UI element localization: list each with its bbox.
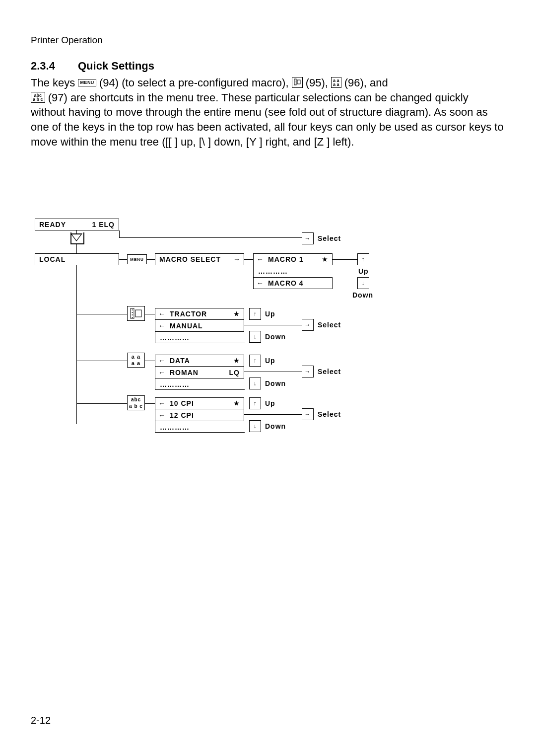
menu-structure-diagram: READY 1 ELQ LOCAL MENU MACRO SELECT → ← … — [35, 219, 501, 432]
manual-box: ← MANUAL — [155, 320, 244, 332]
svg-rect-1 — [297, 80, 300, 84]
up-label: Up — [265, 399, 275, 407]
arrow-right-key: → — [302, 366, 314, 378]
up-label: Up — [358, 267, 369, 275]
svg-point-9 — [132, 312, 133, 313]
data-box: ← DATA ★ — [155, 355, 244, 367]
down-label: Down — [265, 333, 286, 341]
macro-4-box: ← MACRO 4 — [253, 277, 333, 289]
section-title-text: Quick Settings — [78, 60, 154, 72]
tractor-key-node-icon — [127, 306, 145, 321]
tractor-box: ← TRACTOR ★ — [155, 308, 244, 320]
svg-point-2 — [295, 80, 295, 80]
arrow-right-key: → — [302, 232, 314, 244]
up-label: Up — [265, 357, 275, 365]
page-number: 2-12 — [31, 715, 51, 726]
macro-select-box: MACRO SELECT → — [155, 253, 244, 265]
svg-point-10 — [132, 314, 133, 315]
roman-box: ← ROMAN LQ — [155, 367, 244, 378]
down-label: Down — [352, 291, 373, 299]
font-aa-key-icon: a aa a — [331, 77, 341, 88]
svg-point-8 — [132, 309, 133, 310]
select-label: Select — [318, 321, 341, 329]
arrow-down-key: ↓ — [357, 277, 369, 289]
arrow-right-key: → — [302, 408, 314, 420]
menu-key-icon: MENU — [78, 79, 96, 86]
pitch-abc-key-icon: abca b c — [31, 92, 45, 103]
ready-box: READY 1 ELQ — [35, 219, 119, 230]
svg-point-3 — [295, 81, 295, 82]
up-label: Up — [265, 310, 275, 318]
down-arrow-frame — [70, 232, 84, 244]
macro-1-box: ← MACRO 1 ★ — [253, 253, 333, 265]
cpi12-box: ← 12 CPI — [155, 409, 244, 421]
body-frag-3: (95), — [306, 76, 331, 89]
macro-ellipsis: ………… — [258, 267, 288, 275]
tractor-key-icon — [292, 77, 303, 88]
section-number: 2.3.4 — [31, 60, 78, 73]
local-box: LOCAL — [35, 253, 119, 265]
arrow-down-key: ↓ — [249, 420, 261, 432]
select-label: Select — [318, 234, 341, 242]
svg-point-4 — [295, 83, 295, 83]
body-paragraph: The keys MENU (94) (to select a pre-conf… — [31, 76, 505, 149]
arrow-down-key: ↓ — [249, 378, 261, 389]
svg-point-11 — [132, 317, 133, 318]
arrow-up-key: ↑ — [249, 355, 261, 367]
body-frag-1: The keys — [31, 76, 78, 89]
body-frag-5: (97) are shortcuts in the menu tree. The… — [31, 91, 504, 148]
section-heading: 2.3.4Quick Settings — [31, 60, 505, 73]
arrow-up-key: ↑ — [357, 253, 369, 265]
body-frag-2: (94) (to select a pre-configured macro), — [99, 76, 292, 89]
cpi10-box: ← 10 CPI ★ — [155, 397, 244, 409]
arrow-up-key: ↑ — [249, 397, 261, 409]
svg-rect-7 — [135, 310, 141, 317]
font-aa-node-icon: a aa a — [127, 353, 145, 368]
running-header: Printer Operation — [31, 35, 505, 46]
down-label: Down — [265, 379, 286, 387]
arrow-up-key: ↑ — [249, 308, 261, 320]
arrow-right-key: → — [302, 319, 314, 331]
body-frag-4: (96), and — [344, 76, 388, 89]
down-label: Down — [265, 422, 286, 430]
pitch-abc-node-icon: abca b c — [127, 395, 145, 410]
select-label: Select — [318, 410, 341, 418]
select-label: Select — [318, 368, 341, 376]
menu-key-node-icon: MENU — [127, 254, 147, 264]
svg-point-5 — [295, 84, 295, 85]
arrow-down-key: ↓ — [249, 331, 261, 343]
